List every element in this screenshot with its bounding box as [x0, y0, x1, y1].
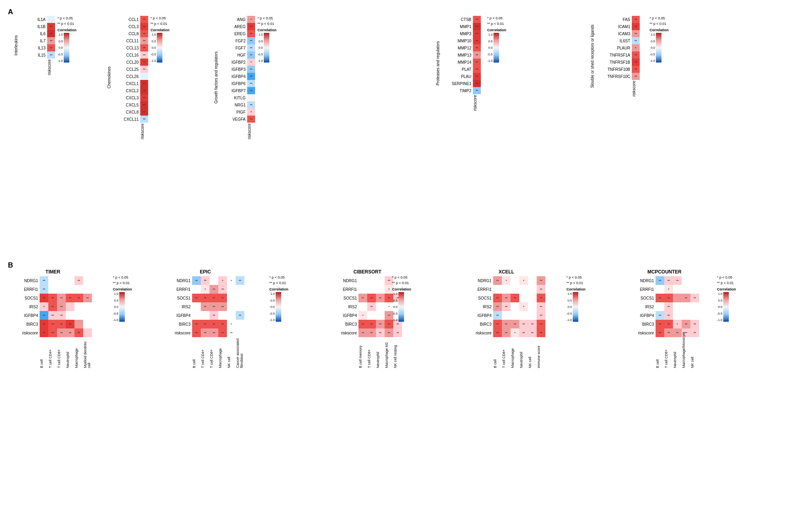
gene-label: IGFBP4	[219, 74, 247, 79]
heatmap-cell	[227, 302, 236, 311]
growth-legend: * p < 0.05 ** p < 0.01 Correlation 1.00.…	[257, 16, 276, 63]
table-row: NDRG1 **	[333, 276, 402, 285]
heatmap-cell: **	[632, 16, 640, 23]
heatmap-cell	[519, 285, 528, 294]
heatmap-cell: **	[218, 285, 227, 294]
heatmap-cell	[83, 285, 92, 294]
table-row: IRS2 **	[630, 302, 699, 311]
gene-label: CCL3	[112, 25, 140, 29]
gene-label: FGF7	[219, 46, 247, 50]
table-row: CCL13**	[112, 44, 148, 51]
gene-label: IGFBP3	[219, 67, 247, 72]
heatmap-cell: **	[40, 294, 48, 302]
heatmap-cell: **	[473, 23, 481, 30]
table-row: IGFBP4**	[219, 73, 255, 80]
gene-label: IL13	[19, 46, 47, 50]
heatmap-cell	[656, 302, 664, 311]
gene-label: IL6ST	[596, 39, 632, 43]
legend-sig-p05: * p < 0.05	[57, 16, 76, 21]
gene-label: PLAU	[441, 74, 473, 79]
heatmap-cell: **	[140, 44, 148, 51]
heatmap-cell: **	[66, 328, 74, 337]
section-a-label: A	[8, 8, 13, 16]
xaxis-label: NK cell	[690, 338, 699, 368]
gene-label: CTSB	[441, 17, 473, 22]
xaxis-label: T cell CD8+	[664, 338, 673, 368]
heatmap-cell: *	[358, 311, 367, 320]
heatmap-cell: **	[632, 73, 640, 80]
heatmap-cell	[367, 311, 376, 320]
epic-xaxis: B cell T cell CD4+ T cell CD8+ Macrophag…	[166, 338, 244, 368]
heatmap-cell: *	[247, 108, 255, 116]
mcpcounter-legend: * p < 0.05 ** p < 0.01 Correlation 1.00.…	[717, 275, 736, 322]
gene-label: IL1A	[19, 17, 47, 22]
heatmap-cell: **	[473, 37, 481, 44]
heatmap-cell: **	[493, 311, 502, 320]
gene-label: CXCL3	[112, 96, 140, 100]
gene-label: ERRFI1	[14, 287, 40, 292]
heatmap-cell: **	[656, 328, 664, 337]
heatmap-cell	[673, 302, 682, 311]
heatmap-cell: **	[664, 302, 673, 311]
heatmap-cell: **	[473, 59, 481, 66]
gene-label: IGFBP7	[219, 89, 247, 93]
table-row: ERRFI1 *	[630, 285, 699, 294]
xaxis-label: riskscore	[140, 123, 148, 139]
table-row: ERRFI1 * ** **	[166, 285, 244, 294]
heatmap-cell: **	[140, 37, 148, 44]
gene-label: IL6	[19, 32, 47, 36]
heatmap-cell: **	[140, 59, 148, 66]
table-row: BIRC3 ** ** * ** **	[630, 320, 699, 328]
gene-label: ERRFI1	[467, 287, 493, 292]
growth-ylabel: Growth factors and regulators	[214, 51, 218, 104]
gene-label: TNFRSF10B	[596, 67, 632, 72]
heatmap-cell: **	[140, 108, 148, 116]
heatmap-cell: **	[57, 328, 66, 337]
table-row: CXCL8**	[112, 108, 148, 116]
heatmap-cell: *	[40, 302, 48, 311]
heatmap-cell: **	[140, 23, 148, 30]
table-row: PLAT**	[441, 66, 481, 73]
gene-label: BIRC3	[630, 322, 656, 326]
heatmap-cell: **	[682, 320, 690, 328]
heatmap-cell	[358, 302, 367, 311]
heatmap-cell	[48, 285, 57, 294]
heatmap-cell: **	[247, 51, 255, 59]
table-row: NDRG1 ** ** **	[630, 276, 699, 285]
gene-label: SOCS1	[333, 296, 358, 300]
heatmap-cell	[376, 285, 385, 294]
gene-label: BIRC3	[14, 322, 40, 326]
heatmap-cell: **	[493, 302, 502, 311]
xaxis-label: Cancer associated fibroblast	[236, 338, 244, 368]
table-row: ERRFI1 *	[333, 285, 402, 294]
heatmap-cell: **	[47, 23, 55, 30]
heatmap-cell: **	[201, 328, 210, 337]
table-row: MMP13**	[441, 51, 481, 59]
heatmap-cell: **	[358, 294, 367, 302]
heatmap-cell: **	[493, 294, 502, 302]
legend-corr-label: Correlation	[57, 28, 76, 32]
gene-label: CXCL11	[112, 117, 140, 121]
heatmap-cell: **	[511, 294, 519, 302]
table-row: SOCS1 ** ** ** ** **	[333, 294, 402, 302]
soluble-rows: FAS** ICAM1** ICAM3** IL6ST** PLAUR* TNF…	[596, 16, 640, 97]
mcpcounter-rows: NDRG1 ** ** ** ERRFI1 * SOCS1	[630, 276, 699, 368]
heatmap-cell	[519, 311, 528, 320]
heatmap-cell: **	[140, 94, 148, 101]
table-row: CCL1**	[112, 16, 148, 23]
gene-label: NDRG1	[14, 279, 40, 283]
xaxis-label: B cell	[656, 338, 664, 368]
heatmap-cell: **	[656, 294, 664, 302]
heatmap-cell	[83, 328, 92, 337]
heatmap-cell	[690, 302, 699, 311]
heatmap-cell: **	[140, 51, 148, 59]
gene-label: TNFRSF10C	[596, 74, 632, 79]
table-row: HGF**	[219, 51, 255, 59]
mcpcounter-heatmap: MCPCOUNTER NDRG1 ** ** ** ERRFI1 *	[630, 269, 699, 368]
table-row: riskscore ** ** ** ** **	[630, 328, 699, 337]
heatmap-cell	[690, 276, 699, 285]
table-row: CCL11**	[112, 37, 148, 44]
heatmap-cell: **	[192, 276, 201, 285]
gene-label: BIRC3	[467, 322, 493, 326]
heatmap-cell: **	[247, 30, 255, 37]
